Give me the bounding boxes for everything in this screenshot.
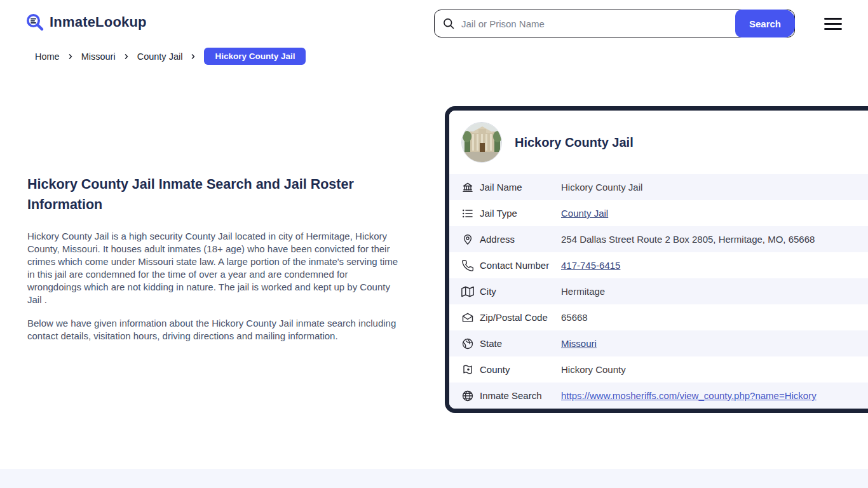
row-value: Hermitage — [561, 286, 605, 297]
bank-icon — [461, 181, 474, 194]
mail-icon — [461, 311, 474, 324]
search-button[interactable]: Search — [735, 10, 795, 37]
article-paragraph: Hickory County Jail is a high security C… — [27, 230, 403, 306]
breadcrumb-home[interactable]: Home — [35, 51, 60, 62]
row-value: Hickory County — [561, 364, 626, 375]
article: Hickory County Jail Inmate Search and Ja… — [27, 174, 403, 353]
web-icon — [461, 390, 474, 402]
table-row: Address 254 Dallas Street Route 2 Box 28… — [449, 226, 868, 252]
row-value-link[interactable]: https://www.mosheriffs.com/view_county.p… — [561, 390, 817, 401]
chevron-right-icon — [123, 53, 130, 60]
search-icon — [442, 17, 455, 30]
row-label: County — [480, 364, 561, 375]
card-header: Hickory County Jail — [449, 111, 868, 174]
logo[interactable]: InmateLookup — [25, 13, 147, 32]
hamburger-menu-icon[interactable] — [824, 18, 842, 30]
row-value: 254 Dallas Street Route 2 Box 2805, Herm… — [561, 234, 815, 245]
jail-photo — [461, 122, 502, 163]
row-label: State — [480, 338, 561, 349]
row-value-link[interactable]: County Jail — [561, 208, 608, 219]
table-row: Zip/Postal Code 65668 — [449, 304, 868, 330]
breadcrumb: Home Missouri County Jail Hickory County… — [35, 48, 306, 65]
row-label: Inmate Search — [480, 390, 561, 401]
table-row: State Missouri — [449, 330, 868, 356]
table-row: County Hickory County — [449, 356, 868, 383]
search-bar: Search — [434, 10, 795, 37]
jail-info-table: Jail Name Hickory County Jail Jail Type … — [449, 174, 868, 409]
row-value-link[interactable]: Missouri — [561, 338, 597, 349]
row-value-link[interactable]: 417-745-6415 — [561, 260, 620, 271]
table-row: Contact Number 417-745-6415 — [449, 252, 868, 278]
row-label: City — [480, 286, 561, 297]
phone-icon — [461, 259, 474, 272]
jail-title: Hickory County Jail — [515, 135, 634, 150]
article-paragraph: Below we have given information about th… — [27, 317, 403, 342]
map-icon — [461, 285, 474, 298]
breadcrumb-county-jail[interactable]: County Jail — [137, 51, 183, 62]
list-icon — [461, 207, 474, 220]
flag-icon — [461, 363, 474, 376]
globe-icon — [461, 337, 474, 350]
row-label: Jail Name — [480, 182, 561, 193]
chevron-right-icon — [189, 53, 197, 60]
chevron-right-icon — [67, 53, 74, 60]
table-row: City Hermitage — [449, 278, 868, 304]
breadcrumb-missouri[interactable]: Missouri — [81, 51, 116, 62]
row-label: Zip/Postal Code — [480, 312, 561, 323]
footer-strip — [0, 469, 868, 488]
row-label: Contact Number — [480, 260, 561, 271]
page-title: Hickory County Jail Inmate Search and Ja… — [27, 174, 403, 215]
brand-name: InmateLookup — [50, 14, 147, 30]
logo-magnifier-icon — [25, 13, 44, 32]
row-value: Hickory County Jail — [561, 182, 642, 193]
map-pin-icon — [461, 233, 474, 246]
row-value: 65668 — [561, 312, 588, 323]
page: InmateLookup Search Home Missouri County… — [0, 0, 868, 488]
table-row: Jail Type County Jail — [449, 200, 868, 226]
breadcrumb-current-badge: Hickory County Jail — [204, 48, 306, 65]
table-row: Jail Name Hickory County Jail — [449, 174, 868, 200]
table-row: Inmate Search https://www.mosheriffs.com… — [449, 383, 868, 409]
row-label: Jail Type — [480, 208, 561, 219]
jail-info-card: Hickory County Jail Jail Name Hickory Co… — [445, 106, 868, 413]
row-label: Address — [480, 234, 561, 245]
